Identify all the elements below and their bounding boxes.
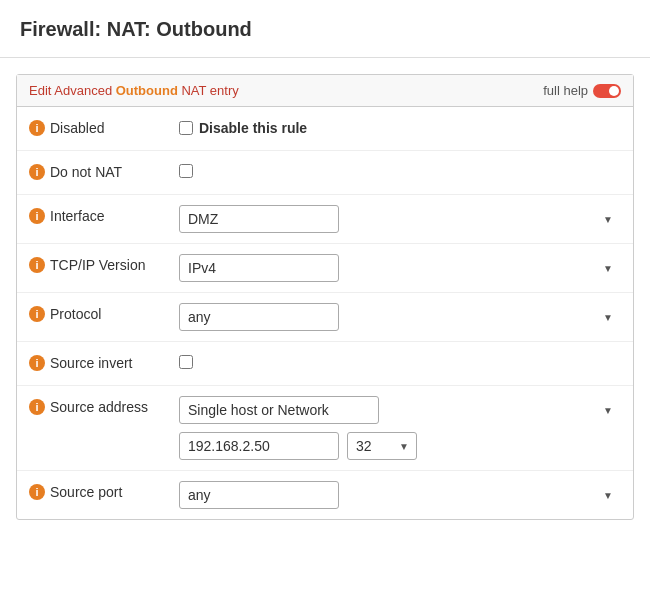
control-source-port: any HTTP HTTPS FTP (179, 481, 621, 509)
row-source-port: i Source port any HTTP HTTPS FTP (17, 471, 633, 519)
tcpip-version-select-wrapper: IPv4 IPv6 IPv4+IPv6 (179, 254, 621, 282)
disabled-checkbox[interactable] (179, 121, 193, 135)
control-interface: DMZ WAN LAN (179, 205, 621, 233)
info-icon-source-invert[interactable]: i (29, 355, 45, 371)
interface-select[interactable]: DMZ WAN LAN (179, 205, 339, 233)
page-title: Firewall: NAT: Outbound (0, 0, 650, 58)
page-wrapper: Firewall: NAT: Outbound Edit Advanced Ou… (0, 0, 650, 590)
control-source-invert (179, 352, 621, 369)
row-source-invert: i Source invert (17, 342, 633, 386)
source-ip-input[interactable] (179, 432, 339, 460)
info-icon-interface[interactable]: i (29, 208, 45, 224)
interface-select-wrapper: DMZ WAN LAN (179, 205, 621, 233)
label-disabled: i Disabled (29, 117, 179, 136)
label-source-invert: i Source invert (29, 352, 179, 371)
do-not-nat-checkbox[interactable] (179, 164, 193, 178)
cidr-select-wrapper: 32 31 30 29 28 24 16 8 (347, 432, 417, 460)
info-icon-source-port[interactable]: i (29, 484, 45, 500)
control-protocol: any TCP UDP TCP/UDP ICMP (179, 303, 621, 331)
info-icon-source-address[interactable]: i (29, 399, 45, 415)
row-interface: i Interface DMZ WAN LAN (17, 195, 633, 244)
toggle-icon (593, 84, 621, 98)
info-icon-disabled[interactable]: i (29, 120, 45, 136)
source-port-select-wrapper: any HTTP HTTPS FTP (179, 481, 621, 509)
row-source-address: i Source address Single host or Network … (17, 386, 633, 471)
disable-rule-label: Disable this rule (199, 120, 307, 136)
source-address-type-select[interactable]: Single host or Network Any WAN address (179, 396, 379, 424)
form-header: Edit Advanced Outbound NAT entry full he… (17, 75, 633, 107)
row-disabled: i Disabled Disable this rule (17, 107, 633, 151)
source-port-select[interactable]: any HTTP HTTPS FTP (179, 481, 339, 509)
ip-cidr-row: 32 31 30 29 28 24 16 8 (179, 432, 621, 460)
label-do-not-nat: i Do not NAT (29, 161, 179, 180)
tcpip-version-select[interactable]: IPv4 IPv6 IPv4+IPv6 (179, 254, 339, 282)
control-do-not-nat (179, 161, 621, 178)
protocol-select[interactable]: any TCP UDP TCP/UDP ICMP (179, 303, 339, 331)
form-container: Edit Advanced Outbound NAT entry full he… (16, 74, 634, 520)
control-tcpip-version: IPv4 IPv6 IPv4+IPv6 (179, 254, 621, 282)
info-icon-do-not-nat[interactable]: i (29, 164, 45, 180)
source-address-type-wrapper: Single host or Network Any WAN address (179, 396, 621, 424)
row-protocol: i Protocol any TCP UDP TCP/UDP ICMP (17, 293, 633, 342)
control-disabled: Disable this rule (179, 117, 621, 136)
control-source-address: Single host or Network Any WAN address 3… (179, 396, 621, 460)
source-invert-checkbox[interactable] (179, 355, 193, 369)
label-source-port: i Source port (29, 481, 179, 500)
info-icon-tcpip-version[interactable]: i (29, 257, 45, 273)
row-do-not-nat: i Do not NAT (17, 151, 633, 195)
protocol-select-wrapper: any TCP UDP TCP/UDP ICMP (179, 303, 621, 331)
form-header-title: Edit Advanced Outbound NAT entry (29, 83, 239, 98)
full-help-toggle[interactable]: full help (543, 83, 621, 98)
cidr-select[interactable]: 32 31 30 29 28 24 16 8 (347, 432, 417, 460)
row-tcpip-version: i TCP/IP Version IPv4 IPv6 IPv4+IPv6 (17, 244, 633, 293)
label-source-address: i Source address (29, 396, 179, 415)
info-icon-protocol[interactable]: i (29, 306, 45, 322)
label-tcpip-version: i TCP/IP Version (29, 254, 179, 273)
label-interface: i Interface (29, 205, 179, 224)
label-protocol: i Protocol (29, 303, 179, 322)
